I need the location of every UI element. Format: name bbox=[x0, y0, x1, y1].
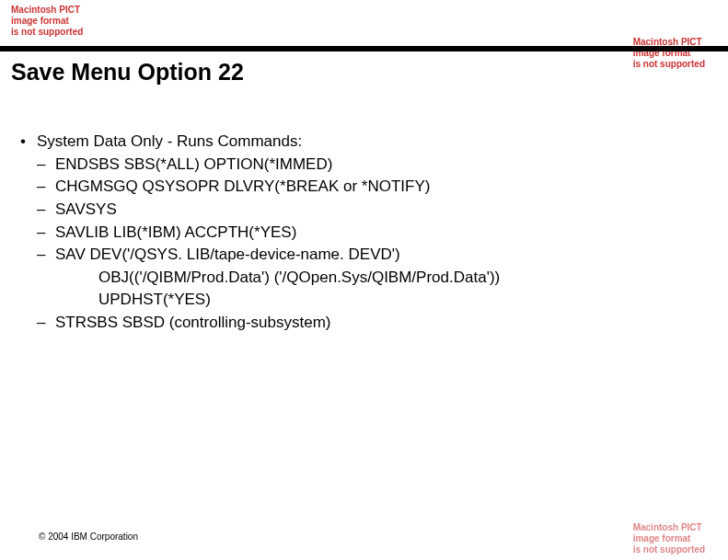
command-text: STRSBS SBSD (controlling-subsystem) bbox=[55, 312, 700, 335]
pict-line: is not supported bbox=[11, 27, 83, 38]
page-title: Save Menu Option 22 bbox=[11, 59, 244, 86]
dash-marker: – bbox=[37, 312, 55, 335]
list-item: – CHGMSGQ QSYSOPR DLVRY(*BREAK or *NOTIF… bbox=[37, 176, 700, 199]
dash-marker: – bbox=[37, 244, 55, 267]
command-text: ENDSBS SBS(*ALL) OPTION(*IMMED) bbox=[55, 154, 700, 177]
pict-line: image format bbox=[633, 533, 705, 544]
list-item: – ENDSBS SBS(*ALL) OPTION(*IMMED) bbox=[37, 154, 700, 177]
list-item: – SAVSYS bbox=[37, 199, 700, 222]
content-area: • System Data Only - Runs Commands: – EN… bbox=[20, 131, 700, 335]
pict-line: Macintosh PICT bbox=[11, 5, 83, 16]
command-list: – ENDSBS SBS(*ALL) OPTION(*IMMED) – CHGM… bbox=[20, 154, 700, 335]
pict-warning-top-left: Macintosh PICT image format is not suppo… bbox=[11, 5, 83, 38]
command-text: SAVLIB LIB(*IBM) ACCPTH(*YES) bbox=[55, 222, 700, 245]
dash-marker: – bbox=[37, 176, 55, 199]
command-text: SAVSYS bbox=[55, 199, 700, 222]
command-continuation: UPDHST(*YES) bbox=[98, 289, 700, 312]
command-text: CHGMSGQ QSYSOPR DLVRY(*BREAK or *NOTIFY) bbox=[55, 176, 700, 199]
list-item: – SAVLIB LIB(*IBM) ACCPTH(*YES) bbox=[37, 222, 700, 245]
pict-line: Macintosh PICT bbox=[633, 522, 705, 533]
pict-line: is not supported bbox=[633, 544, 705, 555]
list-item: – STRSBS SBSD (controlling-subsystem) bbox=[37, 312, 700, 335]
list-item: – SAV DEV('/QSYS. LIB/tape-device-name. … bbox=[37, 244, 700, 267]
divider-bar bbox=[0, 46, 728, 51]
copyright-footer: © 2004 IBM Corporation bbox=[39, 531, 138, 542]
pict-warning-bottom-right: Macintosh PICT image format is not suppo… bbox=[633, 522, 705, 555]
dash-marker: – bbox=[37, 199, 55, 222]
main-bullet-text: System Data Only - Runs Commands: bbox=[37, 131, 302, 154]
command-text: SAV DEV('/QSYS. LIB/tape-device-name. DE… bbox=[55, 244, 700, 267]
dash-marker: – bbox=[37, 222, 55, 245]
pict-line: is not supported bbox=[633, 59, 705, 70]
command-continuation: OBJ(('/QIBM/Prod.Data') ('/QOpen.Sys/QIB… bbox=[98, 267, 700, 290]
main-bullet: • System Data Only - Runs Commands: bbox=[20, 131, 700, 154]
pict-line: image format bbox=[11, 16, 83, 27]
bullet-marker: • bbox=[20, 131, 37, 154]
dash-marker: – bbox=[37, 154, 55, 177]
pict-warning-top-right: Macintosh PICT image format is not suppo… bbox=[633, 37, 705, 70]
